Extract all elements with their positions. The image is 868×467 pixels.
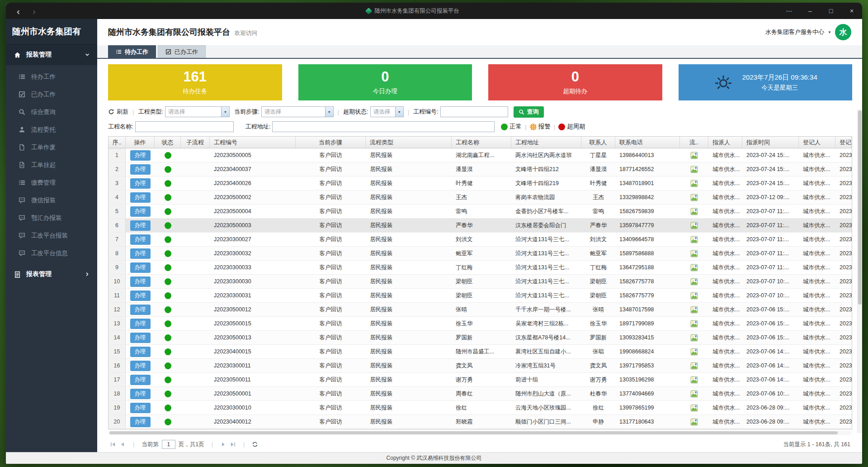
column-header[interactable]: 序.. — [108, 137, 126, 148]
sidebar-item-void-order[interactable]: 工单作废 — [6, 138, 97, 156]
scrollbar-thumb[interactable] — [858, 110, 862, 305]
combo-arrow-icon[interactable]: ▼ — [395, 107, 403, 117]
handle-button[interactable]: 办理 — [130, 150, 151, 161]
minimize-icon[interactable]: – — [800, 3, 821, 19]
column-header[interactable]: 工程编号 — [210, 137, 296, 148]
flow-chart-icon[interactable] — [690, 390, 698, 398]
flow-chart-icon[interactable] — [690, 264, 698, 272]
handle-button[interactable]: 办理 — [130, 206, 151, 217]
table-row[interactable]: 10办理J20230300030客户回访居民报装梁朝臣沿河大道131号三七...… — [108, 275, 852, 289]
table-row[interactable]: 1办理J20230500005客户回访居民报装湖北南鑫工程...两水沟社区内两水… — [108, 148, 852, 162]
tab-done-work[interactable]: 已办工作 — [158, 45, 206, 58]
handle-button[interactable]: 办理 — [130, 262, 151, 273]
handle-button[interactable]: 办理 — [130, 192, 151, 203]
back-icon[interactable]: ‹ — [17, 6, 20, 16]
flow-chart-icon[interactable] — [690, 418, 698, 426]
page-number-input[interactable] — [162, 440, 175, 449]
sidebar-item-gonggai-info[interactable]: 工改平台信息 — [6, 244, 97, 262]
handle-button[interactable]: 办理 — [130, 417, 151, 427]
table-row[interactable]: 8办理J20230300032客户回访居民报装鲍亚军沿河大道131号三七...鲍… — [108, 247, 852, 261]
column-header[interactable]: 流.. — [680, 137, 708, 148]
column-header[interactable]: 指派人 — [708, 137, 742, 148]
next-page-icon[interactable] — [220, 441, 226, 448]
table-row[interactable]: 3办理J20230400026客户回访居民报装叶秀健文峰塔十四组219叶秀健13… — [108, 176, 852, 191]
sidebar-item-hold-order[interactable]: 工单挂起 — [6, 156, 97, 174]
sidebar-item-gonggai-install[interactable]: 工改平台报装 — [6, 227, 97, 244]
flow-chart-icon[interactable] — [690, 362, 698, 370]
close-icon[interactable]: × — [841, 3, 862, 19]
handle-button[interactable]: 办理 — [130, 305, 151, 315]
flow-chart-icon[interactable] — [690, 166, 698, 173]
table-row[interactable]: 20办理J20230400012客户回访居民报装郑晓霜顺德门小区门口三间...申… — [108, 415, 852, 429]
flow-chart-icon[interactable] — [690, 278, 698, 286]
table-row[interactable]: 7办理J20230300027客户回访居民报装刘洪文沿河大道131号三七...刘… — [108, 233, 852, 247]
handle-button[interactable]: 办理 — [130, 361, 151, 371]
project-type-select[interactable]: 请选择 ▼ — [165, 106, 230, 117]
combo-arrow-icon[interactable]: ▼ — [325, 107, 333, 117]
flow-chart-icon[interactable] — [690, 236, 698, 243]
scrollbar-thumb[interactable] — [109, 431, 838, 434]
table-row[interactable]: 2办理J20230400037客户回访居民报装潘显漠文峰塔十四组212潘显漠18… — [108, 162, 852, 176]
table-row[interactable]: 4办理J20230500002客户回访居民报装王杰蒋岗丰农物流园王杰133298… — [108, 191, 852, 205]
sidebar-item-reports[interactable]: 报表管理 — [6, 265, 97, 284]
search-button[interactable]: 查询 — [514, 106, 544, 118]
flow-chart-icon[interactable] — [690, 376, 698, 384]
last-page-icon[interactable] — [230, 441, 236, 448]
flow-chart-icon[interactable] — [690, 180, 698, 187]
stat-today-handled[interactable]: 0 今日办理 — [298, 64, 472, 100]
flow-chart-icon[interactable] — [690, 222, 698, 229]
reload-icon[interactable] — [252, 441, 258, 448]
flow-chart-icon[interactable] — [690, 348, 698, 356]
handle-button[interactable]: 办理 — [130, 333, 151, 343]
column-header[interactable]: 登记时间 — [835, 137, 852, 148]
handle-button[interactable]: 办理 — [130, 319, 151, 329]
sidebar-item-wechat-install[interactable]: 微信报装 — [6, 191, 97, 209]
column-header[interactable]: 联系人 — [581, 137, 615, 148]
column-header[interactable]: 状态 — [155, 137, 181, 148]
flow-chart-icon[interactable] — [690, 194, 698, 201]
maximize-icon[interactable]: □ — [821, 3, 841, 19]
project-addr-input[interactable] — [272, 121, 495, 132]
handle-button[interactable]: 办理 — [130, 164, 151, 175]
avatar[interactable]: 水 — [835, 24, 851, 40]
column-header[interactable]: 工程地址 — [511, 137, 581, 148]
column-header[interactable]: 子流程 — [181, 137, 210, 148]
handle-button[interactable]: 办理 — [130, 220, 151, 231]
project-name-input[interactable] — [135, 121, 234, 132]
table-row[interactable]: 18办理J20230500001客户回访居民报装周春红随州市烈山大道（原...杜… — [108, 387, 852, 401]
handle-button[interactable]: 办理 — [130, 234, 151, 245]
sidebar-section-install-mgmt[interactable]: 报装管理 — [6, 44, 97, 65]
sidebar-item-delegate[interactable]: 流程委托 — [6, 121, 97, 138]
forward-icon[interactable]: › — [33, 6, 36, 16]
sidebar-item-payment[interactable]: 缴费管理 — [6, 174, 97, 191]
handle-button[interactable]: 办理 — [130, 347, 151, 357]
column-header[interactable]: 联系电话 — [615, 137, 680, 148]
table-row[interactable]: 15办理J20230400015客户回访居民报装随州市昌盛工...襄湾社区五组自… — [108, 345, 852, 359]
handle-button[interactable]: 办理 — [130, 375, 151, 385]
handle-button[interactable]: 办理 — [130, 389, 151, 399]
handle-button[interactable]: 办理 — [130, 403, 151, 413]
tab-pending-work[interactable]: 待办工作 — [108, 45, 156, 58]
sidebar-item-inquiry[interactable]: 综合查询 — [6, 103, 97, 121]
flow-chart-icon[interactable] — [690, 306, 698, 314]
overdue-state-select[interactable]: 请选择 ▼ — [370, 106, 404, 117]
table-row[interactable]: 12办理J20230500012客户回访居民报装张晴千千水岸一期一号楼...张晴… — [108, 303, 852, 317]
combo-arrow-icon[interactable]: ▼ — [221, 107, 229, 117]
column-header[interactable]: 指派时间 — [742, 137, 799, 148]
table-row[interactable]: 19办理J20230300010客户回访居民报装徐红云海天地小区玫瑰园...徐红… — [108, 401, 852, 415]
stat-pending-tasks[interactable]: 161 待办任务 — [108, 64, 282, 100]
sidebar-item-ehuiban-install[interactable]: 鄂汇办报装 — [6, 209, 97, 227]
handle-button[interactable]: 办理 — [130, 178, 151, 189]
flow-chart-icon[interactable] — [690, 334, 698, 342]
vertical-scrollbar[interactable] — [857, 110, 862, 433]
flow-chart-icon[interactable] — [690, 320, 698, 328]
column-header[interactable]: 登记人 — [799, 137, 835, 148]
stat-overdue-pending[interactable]: 0 超期待办 — [488, 64, 662, 100]
column-header[interactable]: 操作 — [126, 137, 155, 148]
table-row[interactable]: 13办理J20230500015客户回访居民报装徐玉华吴家老湾村三组2栋...徐… — [108, 317, 852, 331]
window-menu-icon[interactable]: ⋯ — [779, 3, 800, 19]
current-step-select[interactable]: 请选择 ▼ — [261, 106, 334, 117]
column-header[interactable]: 当前步骤 — [296, 137, 366, 148]
table-row[interactable]: 17办理J20230500011客户回访居民报装谢万勇前进十组谢万勇130351… — [108, 373, 852, 387]
column-header[interactable]: 工程名称 — [452, 137, 511, 148]
